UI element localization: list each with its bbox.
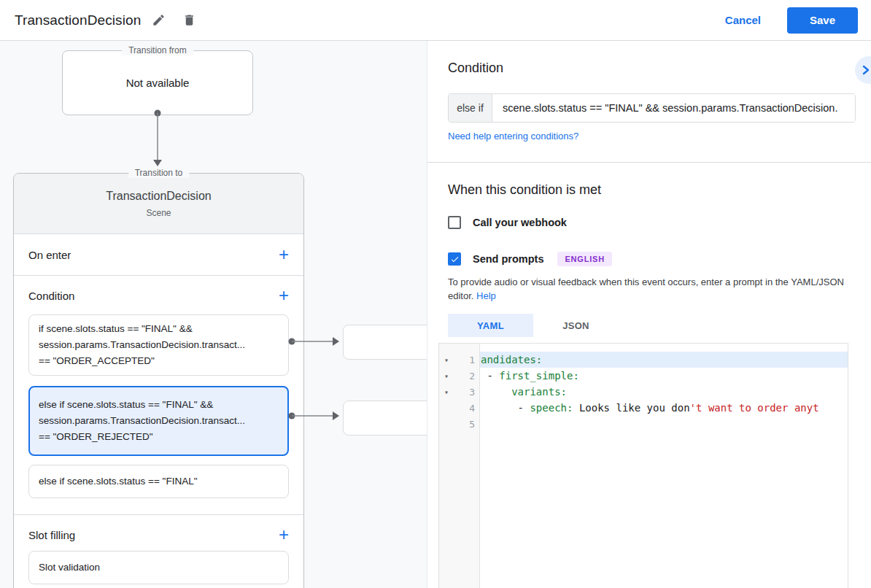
chevron-right-icon	[862, 65, 870, 75]
call-webhook-row: Call your webhook	[448, 216, 567, 229]
condition-text-line: == "ORDER_ACCEPTED"	[39, 353, 279, 369]
transition-from-box: Transition from Not available	[62, 50, 253, 115]
condition-item-order-rejected-selected[interactable]: else if scene.slots.status == "FINAL" &&…	[28, 386, 289, 456]
transition-to-legend: Transition to	[128, 168, 190, 178]
condition-text-line: else if scene.slots.status == "FINAL"	[39, 473, 279, 490]
fold-toggle-icon[interactable]: ▾	[439, 388, 454, 396]
condition-text-line: session.params.TransactionDecision.trans…	[39, 337, 279, 353]
code-line-5[interactable]	[480, 416, 848, 432]
save-button[interactable]: Save	[787, 7, 858, 34]
send-prompts-label: Send prompts	[473, 253, 543, 265]
check-icon	[450, 255, 460, 264]
transition-from-value: Not available	[63, 51, 252, 115]
prompts-description-text: To provide audio or visual feedback when…	[448, 276, 844, 301]
yaml-code-editor[interactable]: ▾1 ▾2 ▾3 4 5 andidates: - first_simple: …	[438, 343, 848, 588]
condition-text-line: else if scene.slots.status == "FINAL" &&	[39, 397, 279, 413]
condition-text-line: session.params.TransactionDecision.trans…	[39, 413, 279, 429]
add-on-enter-button[interactable]: +	[279, 246, 289, 263]
transition-from-legend: Transition from	[122, 45, 193, 55]
top-bar: TransactionDecision Cancel Save	[0, 0, 871, 41]
condition-text-line: == "ORDER_REJECTED"	[39, 429, 279, 445]
condition-section-label: Condition	[28, 290, 279, 302]
condition-help-link[interactable]: Need help entering conditions?	[448, 131, 578, 142]
scene-card: Transition to TransactionDecision Scene …	[13, 173, 304, 588]
trash-icon	[182, 13, 196, 27]
fold-toggle-icon[interactable]: ▾	[439, 356, 454, 364]
tab-yaml[interactable]: YAML	[448, 314, 533, 337]
scene-name: TransactionDecision	[14, 190, 303, 203]
collapse-panel-button[interactable]	[855, 56, 871, 84]
page-title: TransactionDecision	[15, 12, 141, 28]
tab-json[interactable]: JSON	[533, 314, 619, 337]
edit-title-button[interactable]	[145, 7, 171, 34]
code-line-4[interactable]: - speech: Looks like you don't want to o…	[480, 400, 848, 416]
code-line-3[interactable]: variants:	[480, 384, 848, 400]
prompts-help-link[interactable]: Help	[476, 290, 496, 301]
condition-editor-panel: Condition else if Need help entering con…	[427, 41, 871, 588]
scene-diagram-canvas: Transition from Not available Transition…	[0, 41, 427, 588]
add-slot-button[interactable]: +	[279, 526, 289, 543]
add-condition-button[interactable]: +	[279, 287, 289, 304]
condition-item-order-accepted[interactable]: if scene.slots.status == "FINAL" && sess…	[28, 314, 289, 376]
line-number: 5	[454, 419, 479, 430]
scene-type-label: Scene	[14, 208, 303, 218]
cancel-button[interactable]: Cancel	[725, 14, 761, 26]
pencil-icon	[152, 13, 166, 27]
scene-card-header[interactable]: TransactionDecision Scene	[14, 174, 303, 234]
fold-toggle-icon[interactable]: ▾	[439, 372, 454, 380]
panel-divider	[427, 162, 871, 163]
send-prompts-row: Send prompts ENGLISH	[448, 252, 612, 266]
editor-gutter: ▾1 ▾2 ▾3 4 5	[439, 344, 480, 588]
line-number: 2	[454, 371, 479, 382]
language-badge: ENGLISH	[557, 252, 612, 266]
condition-expression-input[interactable]	[492, 94, 855, 122]
prompts-description: To provide audio or visual feedback when…	[448, 275, 851, 303]
slot-filling-label: Slot filling	[28, 529, 279, 541]
line-number: 4	[454, 403, 479, 414]
call-webhook-label: Call your webhook	[473, 217, 567, 228]
code-line-2[interactable]: - first_simple:	[480, 368, 848, 384]
send-prompts-checkbox[interactable]	[448, 252, 461, 266]
editor-code-area[interactable]: andidates: - first_simple: variants: - s…	[480, 344, 848, 588]
call-webhook-checkbox[interactable]	[448, 216, 461, 229]
slot-validation-item[interactable]: Slot validation	[28, 551, 289, 584]
panel-title: Condition	[448, 61, 503, 76]
condition-item-final[interactable]: else if scene.slots.status == "FINAL"	[28, 465, 289, 498]
code-line-1[interactable]: andidates:	[480, 352, 848, 368]
on-enter-label: On enter	[28, 249, 279, 261]
condition-text-line: if scene.slots.status == "FINAL" &&	[39, 321, 279, 337]
condition-prefix-label: else if	[449, 94, 492, 122]
slot-filling-section: Slot filling + Slot validation	[14, 515, 303, 588]
delete-scene-button[interactable]	[176, 7, 202, 34]
condition-expression-control: else if	[448, 93, 856, 123]
editor-format-tabs: YAML JSON	[448, 314, 619, 337]
line-number: 1	[454, 355, 479, 365]
line-number: 3	[454, 387, 479, 398]
on-enter-section: On enter +	[14, 234, 303, 276]
when-condition-met-title: When this condition is met	[448, 182, 601, 198]
condition-section: Condition + if scene.slots.status == "FI…	[14, 276, 303, 515]
